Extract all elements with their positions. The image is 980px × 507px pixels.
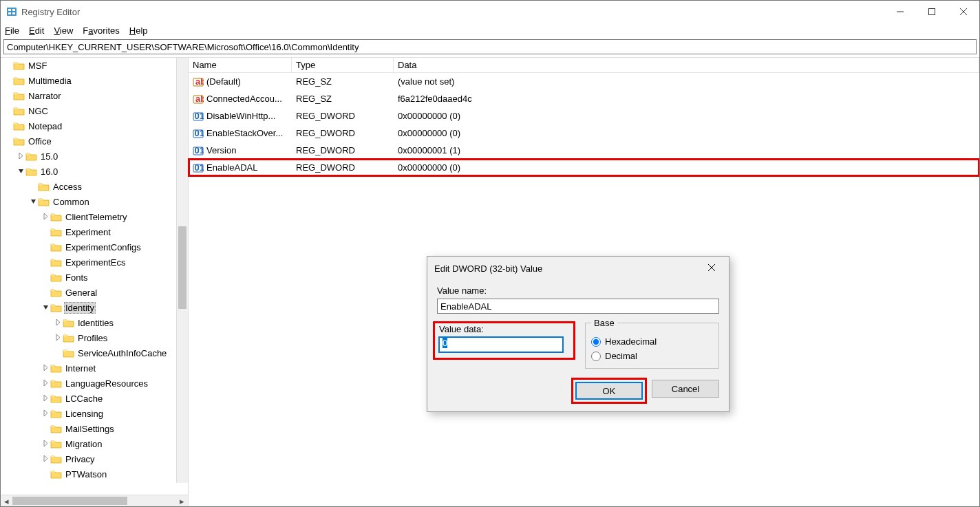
- scroll-right-arrow[interactable]: ▸: [176, 495, 188, 507]
- value-row[interactable]: 011EnableADALREG_DWORD0x00000000 (0): [189, 159, 979, 176]
- tree-expander-icon[interactable]: [53, 334, 63, 342]
- folder-icon: [50, 439, 62, 449]
- tree-item[interactable]: Access: [1, 179, 188, 194]
- dialog-titlebar[interactable]: Edit DWORD (32-bit) Value: [427, 257, 729, 280]
- tree-expander-icon[interactable]: [41, 440, 50, 448]
- tree-item-label: Office: [27, 136, 53, 147]
- tree-expander-icon[interactable]: [41, 379, 50, 387]
- tree-item[interactable]: Migration: [1, 436, 188, 451]
- tree-expander-icon[interactable]: [53, 319, 63, 327]
- folder-icon: [50, 212, 62, 222]
- value-type: REG_SZ: [292, 94, 394, 104]
- tree-item[interactable]: ExperimentConfigs: [1, 239, 188, 255]
- tree-item[interactable]: Identities: [1, 315, 188, 330]
- value-row[interactable]: abConnectedAccou...REG_SZf6a212fe0daaed4…: [189, 90, 979, 107]
- cancel-button[interactable]: Cancel: [652, 380, 719, 398]
- tree-expander-icon[interactable]: [41, 455, 50, 463]
- tree-item[interactable]: Profiles: [1, 330, 188, 345]
- column-header-data[interactable]: Data: [394, 58, 979, 72]
- tree-expander-icon[interactable]: [28, 197, 38, 206]
- radio-hexadecimal[interactable]: Hexadecimal: [591, 336, 713, 347]
- tree-vertical-scrollbar[interactable]: [176, 58, 188, 483]
- dword-value-icon: 011: [193, 128, 204, 139]
- address-bar[interactable]: Computer\HKEY_CURRENT_USER\SOFTWARE\Micr…: [3, 39, 977, 54]
- folder-icon: [50, 272, 62, 282]
- tree-item[interactable]: Fonts: [1, 270, 188, 285]
- tree-item-label: 15.0: [39, 151, 59, 162]
- tree-expander-icon[interactable]: [41, 394, 50, 402]
- tree-item-label: Migration: [64, 439, 103, 449]
- tree-item-label: Access: [52, 182, 83, 192]
- tree-item[interactable]: Narrator: [1, 88, 188, 103]
- tree-expander-icon[interactable]: [16, 167, 25, 175]
- tree-item[interactable]: 15.0: [1, 149, 188, 164]
- tree-expander-icon[interactable]: [41, 303, 50, 312]
- dialog-close-button[interactable]: [701, 263, 722, 274]
- tree-expander-icon[interactable]: [41, 213, 50, 221]
- value-type: REG_SZ: [292, 76, 394, 87]
- maximize-button[interactable]: [916, 1, 948, 23]
- tree-item[interactable]: Common: [1, 194, 188, 209]
- window-title: Registry Editor: [21, 7, 80, 17]
- tree-expander-icon[interactable]: [41, 409, 50, 418]
- radio-decimal[interactable]: Decimal: [591, 351, 713, 361]
- svg-rect-4: [12, 12, 15, 14]
- tree-item-label: ServiceAuthInfoCache: [76, 348, 168, 358]
- ok-button[interactable]: OK: [575, 382, 643, 400]
- tree-item[interactable]: LCCache: [1, 391, 188, 406]
- tree-horizontal-scrollbar[interactable]: ◂ ▸: [1, 495, 188, 506]
- menu-file[interactable]: File: [5, 25, 19, 36]
- column-header-name[interactable]: Name: [189, 58, 292, 72]
- minimize-button[interactable]: [884, 1, 916, 23]
- close-button[interactable]: [948, 1, 979, 23]
- tree-item[interactable]: ServiceAuthInfoCache: [1, 345, 188, 360]
- menu-help[interactable]: Help: [129, 25, 148, 36]
- tree-item-label: Identities: [76, 318, 115, 328]
- tree-item[interactable]: Internet: [1, 360, 188, 376]
- tree-item[interactable]: ExperimentEcs: [1, 255, 188, 270]
- tree-item-label: Profiles: [76, 333, 109, 343]
- tree-item-label: MSF: [27, 61, 48, 71]
- tree-item-label: LCCache: [64, 393, 104, 404]
- menu-view[interactable]: View: [54, 25, 73, 36]
- folder-icon: [38, 182, 50, 191]
- tree-item[interactable]: MSF: [1, 58, 188, 73]
- tree-item[interactable]: Identity: [1, 300, 188, 315]
- tree-item[interactable]: LanguageResources: [1, 376, 188, 391]
- value-data-input[interactable]: 0: [439, 337, 563, 352]
- radio-decimal-input[interactable]: [591, 352, 601, 361]
- value-name-input[interactable]: [437, 299, 719, 314]
- column-header-type[interactable]: Type: [292, 58, 394, 72]
- tree-item[interactable]: Experiment: [1, 224, 188, 239]
- value-row[interactable]: ab(Default)REG_SZ(value not set): [189, 73, 979, 90]
- folder-icon: [38, 197, 50, 206]
- tree-item[interactable]: 16.0: [1, 164, 188, 179]
- string-value-icon: ab: [193, 94, 204, 105]
- titlebar: Registry Editor: [1, 1, 979, 23]
- tree-item[interactable]: General: [1, 285, 188, 300]
- value-row[interactable]: 011DisableWinHttp...REG_DWORD0x00000000 …: [189, 107, 979, 125]
- tree-expander-icon[interactable]: [16, 152, 25, 160]
- tree-item[interactable]: Privacy: [1, 451, 188, 466]
- value-row[interactable]: 011VersionREG_DWORD0x00000001 (1): [189, 142, 979, 159]
- tree-item[interactable]: Licensing: [1, 406, 188, 421]
- tree-expander-icon[interactable]: [41, 364, 50, 372]
- radio-hexadecimal-input[interactable]: [591, 337, 601, 347]
- scroll-thumb[interactable]: [12, 497, 127, 505]
- tree-item[interactable]: Office: [1, 133, 188, 149]
- folder-icon: [50, 393, 62, 403]
- tree[interactable]: MSFMultimediaNarratorNGCNotepadOffice15.…: [1, 58, 188, 482]
- tree-item[interactable]: Multimedia: [1, 73, 188, 88]
- svg-text:ab: ab: [195, 76, 204, 87]
- tree-panel: MSFMultimediaNarratorNGCNotepadOffice15.…: [1, 58, 189, 506]
- tree-item[interactable]: PTWatson: [1, 466, 188, 482]
- menu-favorites[interactable]: Favorites: [83, 25, 119, 36]
- tree-item[interactable]: Notepad: [1, 118, 188, 133]
- scroll-left-arrow[interactable]: ◂: [1, 495, 12, 507]
- menu-edit[interactable]: Edit: [29, 25, 44, 36]
- tree-item[interactable]: NGC: [1, 103, 188, 118]
- tree-item[interactable]: MailSettings: [1, 421, 188, 436]
- tree-item[interactable]: ClientTelemetry: [1, 209, 188, 224]
- value-row[interactable]: 011EnableStackOver...REG_DWORD0x00000000…: [189, 125, 979, 142]
- scroll-thumb[interactable]: [178, 226, 187, 309]
